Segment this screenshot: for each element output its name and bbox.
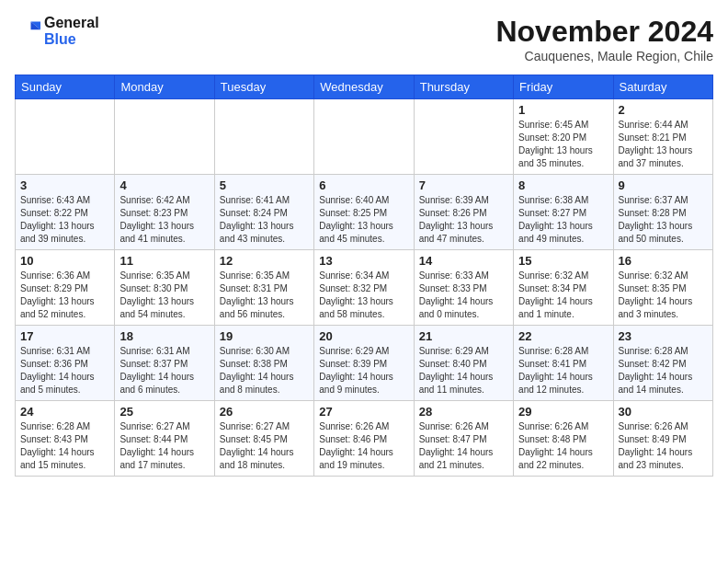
day-content: Sunrise: 6:33 AM Sunset: 8:33 PM Dayligh… <box>419 270 508 321</box>
day-number: 11 <box>119 254 209 268</box>
day-content: Sunrise: 6:30 AM Sunset: 8:38 PM Dayligh… <box>220 345 309 396</box>
day-content: Sunrise: 6:26 AM Sunset: 8:47 PM Dayligh… <box>419 420 508 472</box>
calendar-cell: 2Sunrise: 6:44 AM Sunset: 8:21 PM Daylig… <box>613 99 712 175</box>
day-content: Sunrise: 6:35 AM Sunset: 8:31 PM Dayligh… <box>220 270 309 321</box>
day-content: Sunrise: 6:27 AM Sunset: 8:44 PM Dayligh… <box>119 420 209 472</box>
day-content: Sunrise: 6:31 AM Sunset: 8:37 PM Dayligh… <box>119 345 209 396</box>
calendar-cell: 30Sunrise: 6:26 AM Sunset: 8:49 PM Dayli… <box>613 401 712 477</box>
day-content: Sunrise: 6:42 AM Sunset: 8:23 PM Dayligh… <box>119 194 209 246</box>
day-content: Sunrise: 6:44 AM Sunset: 8:21 PM Dayligh… <box>619 119 708 170</box>
day-content: Sunrise: 6:26 AM Sunset: 8:46 PM Dayligh… <box>319 420 408 472</box>
day-content: Sunrise: 6:41 AM Sunset: 8:24 PM Dayligh… <box>220 194 309 246</box>
day-number: 25 <box>119 405 209 419</box>
calendar-week-4: 17Sunrise: 6:31 AM Sunset: 8:36 PM Dayli… <box>16 326 713 401</box>
day-number: 6 <box>319 178 408 192</box>
calendar-header-row: SundayMondayTuesdayWednesdayThursdayFrid… <box>16 75 713 99</box>
calendar-cell: 21Sunrise: 6:29 AM Sunset: 8:40 PM Dayli… <box>414 326 513 401</box>
calendar-cell <box>115 99 214 175</box>
day-number: 10 <box>20 254 109 268</box>
calendar-cell: 4Sunrise: 6:42 AM Sunset: 8:23 PM Daylig… <box>115 175 214 250</box>
title-section: November 2024 Cauquenes, Maule Region, C… <box>495 15 713 63</box>
calendar-cell: 9Sunrise: 6:37 AM Sunset: 8:28 PM Daylig… <box>613 175 712 250</box>
day-number: 9 <box>619 178 708 192</box>
calendar-cell: 26Sunrise: 6:27 AM Sunset: 8:45 PM Dayli… <box>214 401 313 477</box>
day-content: Sunrise: 6:34 AM Sunset: 8:32 PM Dayligh… <box>319 270 408 321</box>
day-number: 26 <box>220 405 309 419</box>
calendar-cell: 8Sunrise: 6:38 AM Sunset: 8:27 PM Daylig… <box>514 175 613 250</box>
calendar-cell: 16Sunrise: 6:32 AM Sunset: 8:35 PM Dayli… <box>613 250 712 326</box>
day-number: 3 <box>20 178 109 192</box>
day-number: 13 <box>319 254 408 268</box>
logo-line2: Blue <box>44 31 99 48</box>
day-content: Sunrise: 6:28 AM Sunset: 8:41 PM Dayligh… <box>518 345 608 396</box>
calendar-cell <box>414 99 513 175</box>
month-title: November 2024 <box>495 15 713 49</box>
day-content: Sunrise: 6:32 AM Sunset: 8:34 PM Dayligh… <box>518 270 608 321</box>
day-number: 4 <box>119 178 209 192</box>
calendar-cell: 10Sunrise: 6:36 AM Sunset: 8:29 PM Dayli… <box>16 250 115 326</box>
day-content: Sunrise: 6:31 AM Sunset: 8:36 PM Dayligh… <box>20 345 109 396</box>
calendar-cell <box>214 99 313 175</box>
calendar-cell: 22Sunrise: 6:28 AM Sunset: 8:41 PM Dayli… <box>514 326 613 401</box>
weekday-header-tuesday: Tuesday <box>214 75 313 99</box>
day-number: 16 <box>619 254 708 268</box>
day-number: 18 <box>119 329 209 343</box>
weekday-header-friday: Friday <box>514 75 613 99</box>
calendar-cell: 28Sunrise: 6:26 AM Sunset: 8:47 PM Dayli… <box>414 401 513 477</box>
day-number: 28 <box>419 405 508 419</box>
calendar-cell: 13Sunrise: 6:34 AM Sunset: 8:32 PM Dayli… <box>314 250 414 326</box>
day-content: Sunrise: 6:43 AM Sunset: 8:22 PM Dayligh… <box>20 194 109 246</box>
day-content: Sunrise: 6:38 AM Sunset: 8:27 PM Dayligh… <box>518 194 608 246</box>
calendar-cell: 7Sunrise: 6:39 AM Sunset: 8:26 PM Daylig… <box>414 175 513 250</box>
day-content: Sunrise: 6:40 AM Sunset: 8:25 PM Dayligh… <box>319 194 408 246</box>
calendar-week-3: 10Sunrise: 6:36 AM Sunset: 8:29 PM Dayli… <box>16 250 713 326</box>
weekday-header-sunday: Sunday <box>16 75 115 99</box>
calendar-cell <box>16 99 115 175</box>
day-number: 7 <box>419 178 508 192</box>
calendar-cell: 6Sunrise: 6:40 AM Sunset: 8:25 PM Daylig… <box>314 175 414 250</box>
day-number: 23 <box>619 329 708 343</box>
logo: General Blue <box>15 15 99 47</box>
weekday-header-saturday: Saturday <box>613 75 712 99</box>
day-content: Sunrise: 6:37 AM Sunset: 8:28 PM Dayligh… <box>619 194 708 246</box>
logo-line1: General <box>44 15 99 31</box>
day-content: Sunrise: 6:29 AM Sunset: 8:39 PM Dayligh… <box>319 345 408 396</box>
calendar-cell: 12Sunrise: 6:35 AM Sunset: 8:31 PM Dayli… <box>214 250 313 326</box>
day-content: Sunrise: 6:26 AM Sunset: 8:48 PM Dayligh… <box>518 420 608 472</box>
day-number: 12 <box>220 254 309 268</box>
day-number: 17 <box>20 329 109 343</box>
day-number: 5 <box>220 178 309 192</box>
calendar-table: SundayMondayTuesdayWednesdayThursdayFrid… <box>15 75 713 477</box>
day-content: Sunrise: 6:28 AM Sunset: 8:42 PM Dayligh… <box>619 345 708 396</box>
day-number: 21 <box>419 329 508 343</box>
day-content: Sunrise: 6:36 AM Sunset: 8:29 PM Dayligh… <box>20 270 109 321</box>
day-number: 24 <box>20 405 109 419</box>
calendar-cell: 20Sunrise: 6:29 AM Sunset: 8:39 PM Dayli… <box>314 326 414 401</box>
weekday-header-wednesday: Wednesday <box>314 75 414 99</box>
calendar-cell: 15Sunrise: 6:32 AM Sunset: 8:34 PM Dayli… <box>514 250 613 326</box>
day-number: 29 <box>518 405 608 419</box>
day-number: 20 <box>319 329 408 343</box>
day-number: 30 <box>619 405 708 419</box>
calendar-cell <box>314 99 414 175</box>
day-content: Sunrise: 6:35 AM Sunset: 8:30 PM Dayligh… <box>119 270 209 321</box>
calendar-cell: 25Sunrise: 6:27 AM Sunset: 8:44 PM Dayli… <box>115 401 214 477</box>
calendar-cell: 18Sunrise: 6:31 AM Sunset: 8:37 PM Dayli… <box>115 326 214 401</box>
calendar-cell: 3Sunrise: 6:43 AM Sunset: 8:22 PM Daylig… <box>16 175 115 250</box>
day-number: 22 <box>518 329 608 343</box>
calendar-cell: 19Sunrise: 6:30 AM Sunset: 8:38 PM Dayli… <box>214 326 313 401</box>
calendar-cell: 14Sunrise: 6:33 AM Sunset: 8:33 PM Dayli… <box>414 250 513 326</box>
calendar-week-1: 1Sunrise: 6:45 AM Sunset: 8:20 PM Daylig… <box>16 99 713 175</box>
day-number: 8 <box>518 178 608 192</box>
logo-icon <box>15 18 40 44</box>
calendar-cell: 1Sunrise: 6:45 AM Sunset: 8:20 PM Daylig… <box>514 99 613 175</box>
calendar-cell: 17Sunrise: 6:31 AM Sunset: 8:36 PM Dayli… <box>16 326 115 401</box>
day-content: Sunrise: 6:28 AM Sunset: 8:43 PM Dayligh… <box>20 420 109 472</box>
day-content: Sunrise: 6:45 AM Sunset: 8:20 PM Dayligh… <box>518 119 608 170</box>
location-subtitle: Cauquenes, Maule Region, Chile <box>495 49 713 63</box>
calendar-cell: 27Sunrise: 6:26 AM Sunset: 8:46 PM Dayli… <box>314 401 414 477</box>
day-content: Sunrise: 6:39 AM Sunset: 8:26 PM Dayligh… <box>419 194 508 246</box>
day-number: 19 <box>220 329 309 343</box>
calendar-week-5: 24Sunrise: 6:28 AM Sunset: 8:43 PM Dayli… <box>16 401 713 477</box>
day-number: 15 <box>518 254 608 268</box>
